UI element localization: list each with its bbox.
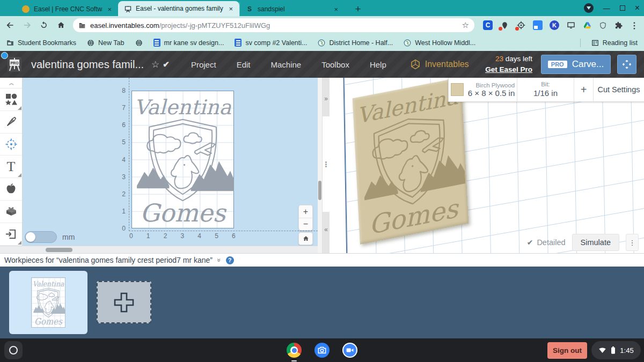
origin-tool[interactable] — [0, 134, 22, 156]
vertical-scrollbar[interactable] — [318, 78, 322, 253]
kami-extension-icon[interactable]: K — [550, 20, 559, 30]
new-tab-icon[interactable]: + — [351, 2, 365, 16]
bit-cell[interactable]: Bit: 1/16 in — [517, 78, 574, 101]
pen-tool[interactable] — [0, 111, 22, 134]
text-tool[interactable]: T — [0, 156, 22, 178]
bookmark-star-icon[interactable]: ☆ — [462, 20, 469, 30]
tab-title: Easel - valentina gomes family cr — [136, 5, 224, 12]
camera-app-icon[interactable] — [314, 343, 330, 358]
design-canvas[interactable]: ValentinaGomes 876543210 0123456 + − mm — [23, 78, 318, 246]
x-axis-tick: 1 — [147, 232, 150, 240]
close-icon[interactable]: × — [228, 5, 234, 13]
detailed-toggle[interactable]: ✔ Detailed — [527, 238, 566, 247]
bookmark-item[interactable]: mr kane sv design... — [153, 39, 224, 47]
carved-board[interactable]: ValentinaGomes — [353, 78, 469, 245]
google-drive-icon[interactable] — [583, 21, 592, 29]
splitter-grip-icon[interactable]: ••• — [323, 161, 330, 167]
design-library-tool[interactable] — [0, 178, 22, 201]
reading-list-button[interactable]: Reading list — [591, 39, 638, 47]
import-tool[interactable] — [0, 223, 22, 246]
preview-menu-kebab-icon[interactable]: ⋮ — [626, 234, 639, 251]
screen-share-extension-icon[interactable] — [533, 20, 543, 30]
get-easel-pro-link[interactable]: Get Easel Pro — [485, 65, 532, 73]
menu-toolbox[interactable]: Toolbox — [321, 60, 349, 69]
material-cell[interactable]: Birch Plywood 6 × 8 × 0.5 in — [449, 78, 517, 101]
bookmark-item[interactable]: Student Bookmarks — [6, 39, 76, 47]
carve-button[interactable]: PRO Carve... — [541, 55, 611, 74]
material-swatch — [451, 83, 464, 96]
video-call-app-icon[interactable] — [342, 343, 357, 358]
privacy-shield-icon[interactable] — [599, 21, 607, 30]
check-icon: ✔ — [527, 238, 533, 247]
notification-dot — [1, 52, 8, 59]
site-info-icon[interactable] — [78, 21, 86, 29]
project-title[interactable]: valentina gomes famil... — [31, 58, 144, 71]
minimize-icon[interactable]: — — [603, 4, 610, 12]
chrome-app-icon[interactable] — [287, 343, 302, 358]
crest-design[interactable]: ValentinaGomes — [131, 91, 234, 228]
extensions-puzzle-icon[interactable] — [614, 21, 623, 30]
restore-icon[interactable] — [620, 5, 625, 11]
bookmark-item[interactable]: District Home - Half... — [318, 39, 393, 47]
x-axis-tick: 2 — [164, 232, 167, 240]
bookmark-item[interactable]: New Tab — [87, 39, 124, 47]
close-window-icon[interactable]: × — [635, 3, 640, 13]
bookmark-item[interactable]: West Hollow Middl... — [404, 39, 475, 47]
add-bit-button[interactable]: + — [574, 78, 594, 101]
url-bar[interactable]: easel.inventables.com/projects/-jg-pMTZU… — [73, 18, 474, 32]
zoom-home-button[interactable] — [298, 232, 313, 245]
shapes-tool[interactable] — [0, 88, 22, 111]
target-extension-icon[interactable] — [516, 20, 526, 30]
home-icon[interactable] — [56, 20, 66, 31]
status-tray[interactable]: 1:45 — [591, 341, 641, 359]
3d-tool[interactable] — [0, 201, 22, 223]
forward-icon[interactable] — [23, 20, 32, 31]
cut-settings-button[interactable]: Cut Settings — [594, 78, 644, 101]
menu-help[interactable]: Help — [370, 60, 386, 69]
tab-sandspiel[interactable]: S sandspiel × — [239, 2, 345, 16]
close-icon[interactable]: × — [333, 5, 339, 13]
clever-extension-icon[interactable]: C — [483, 20, 493, 30]
browser-menu-kebab-icon[interactable]: ⋮ — [630, 20, 639, 31]
launcher-button[interactable] — [4, 341, 23, 359]
zoom-in-button[interactable]: + — [299, 205, 312, 218]
tab-easel-home[interactable]: Easel | Free CNC Software | Inve × — [16, 2, 118, 16]
menu-edit[interactable]: Edit — [237, 60, 251, 69]
trial-status: 23 days left Get Easel Pro — [485, 54, 532, 75]
expand-left-icon[interactable]: « — [323, 212, 330, 253]
add-workpiece-button[interactable] — [97, 281, 151, 323]
y-axis-tick: 7 — [115, 104, 126, 112]
y-axis-tick: 2 — [115, 190, 126, 198]
unit-switch[interactable] — [25, 231, 57, 243]
back-icon[interactable] — [5, 20, 15, 31]
pin-extension-icon[interactable] — [500, 20, 509, 30]
simulate-button[interactable]: Simulate — [572, 234, 619, 251]
workpieces-panel: ValentinaGomes — [0, 267, 644, 338]
text-tool-icon: T — [7, 160, 16, 174]
cast-monitor-icon[interactable] — [566, 21, 576, 29]
menu-machine[interactable]: Machine — [270, 60, 301, 69]
inventables-brand[interactable]: Inventables — [410, 59, 469, 70]
collapse-workpieces-icon[interactable]: » — [215, 258, 223, 262]
help-icon[interactable]: ? — [226, 256, 234, 264]
fullscreen-expand-button[interactable] — [617, 55, 636, 74]
zoom-out-button[interactable]: − — [299, 218, 312, 230]
horizontal-scrollbar[interactable] — [0, 246, 318, 253]
collapse-tools-icon[interactable]: ︽ — [0, 78, 22, 88]
sign-out-button[interactable]: Sign out — [547, 342, 587, 359]
reload-icon[interactable] — [39, 20, 49, 31]
menu-project[interactable]: Project — [191, 60, 216, 69]
bookmark-item[interactable] — [135, 39, 143, 47]
preview-3d-pane[interactable]: ValentinaGomes Birch Plywood 6 × 8 × 0.5… — [330, 78, 644, 253]
panel-splitter[interactable]: » ••• « — [322, 78, 330, 253]
workpiece-thumbnail[interactable]: ValentinaGomes — [9, 271, 87, 334]
bookmark-item[interactable]: sv comp #2 Valenti... — [235, 39, 307, 47]
tab-easel-project[interactable]: Easel - valentina gomes family cr × — [118, 1, 239, 16]
h-scroll-thumb[interactable] — [46, 248, 72, 252]
expand-right-icon[interactable]: » — [323, 78, 330, 116]
download-indicator-icon[interactable] — [584, 3, 594, 13]
v-scroll-thumb[interactable] — [318, 181, 321, 200]
favorite-star-icon[interactable]: ☆ — [151, 59, 159, 70]
zoom-controls: + − — [298, 205, 313, 231]
close-icon[interactable]: × — [106, 5, 113, 13]
